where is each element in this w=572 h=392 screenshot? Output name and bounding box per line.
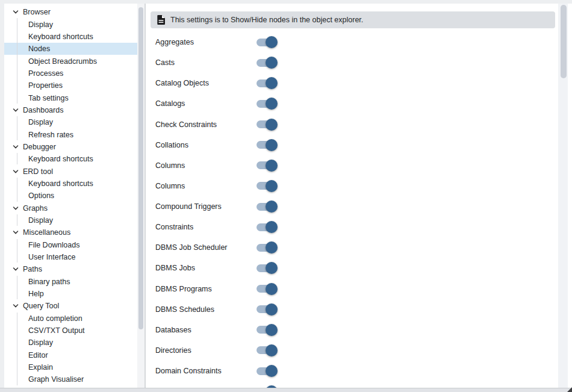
sidebar-item-label: Display — [28, 118, 53, 126]
toggle-switch-collations[interactable] — [256, 139, 278, 151]
sidebar-item-label: Help — [28, 290, 44, 298]
tree-group-graphs[interactable]: Graphs — [4, 202, 137, 214]
tree-children-browser: DisplayKeyboard shortcutsNodesObject Bre… — [4, 18, 137, 104]
info-banner: This settings is to Show/Hide nodes in t… — [151, 11, 555, 28]
content-scrollbar-track[interactable] — [558, 4, 568, 388]
toggle-switch-catalog-objects[interactable] — [256, 77, 278, 89]
sidebar-scrollbar-thumb[interactable] — [138, 7, 143, 329]
sidebar-item-refresh-rates[interactable]: Refresh rates — [4, 128, 137, 140]
tree-group-miscellaneous[interactable]: Miscellaneous — [4, 226, 137, 238]
sidebar-item-object-breadcrumbs[interactable]: Object Breadcrumbs — [4, 55, 137, 67]
switch-knob — [266, 262, 278, 274]
toggle-row-aggregates: Aggregates — [155, 32, 572, 52]
tree-group-erd-tool[interactable]: ERD tool — [4, 165, 137, 177]
toggle-row-dbms-programs: DBMS Programs — [155, 279, 572, 299]
switch-knob — [266, 344, 278, 356]
sidebar-item-tab-settings[interactable]: Tab settings — [4, 92, 137, 104]
sidebar-item-keyboard-shortcuts[interactable]: Keyboard shortcuts — [4, 153, 137, 165]
toggle-label: Columns — [155, 161, 256, 170]
tree-group-debugger[interactable]: Debugger — [4, 141, 137, 153]
toggle-row-collations: Collations — [155, 135, 572, 155]
tree-children-debugger: Keyboard shortcuts — [4, 153, 137, 165]
switch-knob — [266, 98, 278, 110]
toggle-switch-dbms-programs[interactable] — [256, 283, 278, 295]
sidebar-item-keyboard-shortcuts[interactable]: Keyboard shortcuts — [4, 178, 137, 190]
toggle-label: Domain Constraints — [155, 367, 256, 375]
toggle-switch-compound-triggers[interactable] — [256, 201, 278, 213]
tree-guide-line — [17, 313, 17, 385]
switch-knob — [266, 303, 278, 316]
toggle-switch-columns[interactable] — [256, 180, 278, 192]
switch-knob — [266, 221, 278, 233]
switch-knob — [266, 119, 278, 131]
toggle-label: DBMS Job Scheduler — [155, 243, 256, 252]
tree-children-query-tool: Auto completionCSV/TXT OutputDisplayEdit… — [4, 313, 137, 386]
content-scrollbar-thumb[interactable] — [561, 5, 567, 78]
toggle-switch-constraints[interactable] — [256, 221, 278, 233]
sidebar-item-binary-paths[interactable]: Binary paths — [4, 276, 137, 288]
toggle-switch-dbms-jobs[interactable] — [256, 262, 278, 274]
node-toggle-list: AggregatesCastsCatalog ObjectsCatalogsCh… — [155, 32, 572, 388]
sidebar-item-options[interactable]: Options — [4, 190, 137, 202]
tree-guide-line — [17, 276, 17, 300]
toggle-switch-domain-constraints[interactable] — [256, 365, 278, 377]
tree-group-browser[interactable]: Browser — [4, 6, 137, 18]
toggle-switch-aggregates[interactable] — [256, 36, 278, 48]
toggle-row-columns: Columns — [155, 176, 572, 196]
sidebar-item-csv-txt-output[interactable]: CSV/TXT Output — [4, 325, 137, 337]
toggle-switch-casts[interactable] — [256, 57, 278, 69]
sidebar-item-keyboard-shortcuts[interactable]: Keyboard shortcuts — [4, 31, 137, 43]
sidebar-item-label: Explain — [28, 363, 53, 372]
sidebar-item-processes[interactable]: Processes — [4, 67, 137, 79]
toggle-switch-catalogs[interactable] — [256, 98, 278, 110]
sidebar-item-display[interactable]: Display — [4, 214, 137, 226]
sidebar-item-help[interactable]: Help — [4, 288, 137, 300]
toggle-label: Catalogs — [155, 99, 256, 108]
sidebar-item-label: Display — [28, 20, 53, 29]
toggle-switch-directories[interactable] — [256, 344, 278, 356]
toggle-label: DBMS Schedules — [155, 305, 256, 314]
sidebar-item-label: Options — [28, 191, 54, 200]
sidebar-item-auto-completion[interactable]: Auto completion — [4, 313, 137, 325]
sidebar-item-file-downloads[interactable]: File Downloads — [4, 239, 137, 251]
toggle-switch-columns[interactable] — [256, 160, 278, 172]
sidebar-item-user-interface[interactable]: User Interface — [4, 251, 137, 263]
sidebar-item-explain[interactable]: Explain — [4, 361, 137, 373]
switch-knob — [266, 160, 278, 172]
sidebar-item-properties[interactable]: Properties — [4, 79, 137, 92]
sidebar-item-display[interactable]: Display — [4, 116, 137, 128]
sidebar-item-graph-visualiser[interactable]: Graph Visualiser — [4, 373, 137, 385]
toggle-switch-dbms-schedules[interactable] — [256, 303, 278, 316]
sidebar-item-label: Processes — [28, 69, 63, 78]
toggle-row-databases: Databases — [155, 320, 572, 340]
tree-group-query-tool[interactable]: Query Tool — [4, 300, 137, 312]
tree-group-label: Debugger — [23, 143, 56, 151]
sidebar-item-label: Properties — [28, 81, 63, 90]
sidebar-item-display[interactable]: Display — [4, 18, 137, 30]
sidebar-item-label: Keyboard shortcuts — [28, 33, 93, 41]
toggle-row-dbms-schedules: DBMS Schedules — [155, 299, 572, 320]
switch-knob — [266, 365, 278, 377]
switch-knob — [266, 180, 278, 192]
chevron-down-icon — [12, 107, 19, 114]
switch-knob — [266, 241, 278, 254]
tree-group-paths[interactable]: Paths — [4, 263, 137, 275]
toggle-label: Columns — [155, 182, 256, 190]
sidebar-item-label: Nodes — [28, 45, 50, 53]
sidebar-item-nodes[interactable]: Nodes — [4, 43, 137, 55]
sidebar-item-display[interactable]: Display — [4, 337, 137, 349]
sidebar-item-label: Display — [28, 338, 53, 347]
tree-group-dashboards[interactable]: Dashboards — [4, 104, 137, 116]
sidebar-scrollbar-track[interactable] — [137, 4, 145, 388]
toggle-switch-check-constraints[interactable] — [256, 119, 278, 131]
chevron-down-icon — [12, 205, 19, 212]
resize-grip-icon[interactable] — [567, 387, 572, 392]
sidebar-item-label: Tab settings — [28, 94, 69, 102]
toggle-switch-dbms-job-scheduler[interactable] — [256, 241, 278, 254]
tree-guide-line — [17, 18, 17, 103]
sidebar-item-label: CSV/TXT Output — [28, 326, 85, 335]
toggle-switch-databases[interactable] — [256, 324, 278, 336]
chevron-down-icon — [12, 302, 19, 310]
tree-group-label: Paths — [23, 265, 42, 273]
sidebar-item-editor[interactable]: Editor — [4, 349, 137, 361]
